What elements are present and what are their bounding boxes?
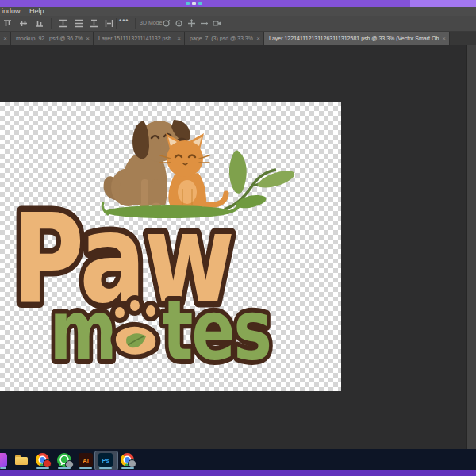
canvas-area: Paw m tes: [0, 45, 476, 449]
options-separator: [51, 18, 52, 29]
document-tab-bar: × mockup_92_.psd @ 36.7% (l... × Layer 1…: [0, 32, 476, 45]
paw-print-icon: [113, 298, 158, 357]
3d-roll-icon[interactable]: [175, 19, 183, 28]
background-window-strip-bottom: [0, 470, 476, 476]
close-icon[interactable]: ×: [253, 35, 263, 42]
taskbar-pink-app-icon[interactable]: [0, 453, 7, 467]
screen: indow Help ••• 3D Mode: [0, 0, 476, 476]
3d-mode-label: 3D Mode: [140, 20, 162, 25]
close-icon[interactable]: ×: [174, 35, 184, 42]
3d-orbit-icon[interactable]: [162, 19, 171, 28]
3d-slide-icon[interactable]: [200, 19, 209, 28]
illustrator-label: Ai: [83, 457, 89, 464]
paw-mates-logo: Paw m tes: [0, 102, 341, 391]
3d-pan-icon[interactable]: [187, 19, 196, 28]
align-top-icon[interactable]: [3, 19, 12, 28]
running-indicator: [0, 467, 6, 469]
distribute-bottom-icon[interactable]: [90, 19, 98, 28]
document-tab-layer-psb[interactable]: Layer 1511113211141132.psb... ×: [94, 32, 185, 45]
branch-illustration: [225, 150, 294, 209]
whatsapp-icon[interactable]: [57, 453, 71, 467]
options-bar: ••• 3D Mode: [0, 16, 476, 32]
close-icon[interactable]: ×: [83, 35, 93, 42]
document-tab-mockup[interactable]: mockup_92_.psd @ 36.7% (l... ×: [11, 32, 94, 45]
distribute-top-icon[interactable]: [59, 19, 67, 28]
document-canvas[interactable]: Paw m tes: [0, 102, 341, 391]
background-tab-dash-icon: [198, 2, 202, 5]
align-vertical-center-icon[interactable]: [19, 19, 28, 28]
logo-word-m: m: [49, 282, 117, 379]
more-options-button[interactable]: •••: [119, 17, 129, 25]
logo-word-tes: tes: [162, 282, 270, 379]
background-tab-dash-icon: [192, 2, 196, 5]
close-icon[interactable]: ×: [3, 35, 7, 42]
3d-dolly-icon[interactable]: [213, 19, 221, 28]
document-tab-active-smart-object[interactable]: Layer 1221411121311263111312581.psb @ 33…: [264, 32, 450, 45]
illustrator-icon[interactable]: Ai: [79, 453, 93, 467]
menu-window[interactable]: indow: [2, 7, 21, 16]
tab-overflow-stub[interactable]: ×: [0, 32, 11, 45]
tab-title: mockup_92_.psd @ 36.7% (l...: [11, 36, 83, 41]
running-indicator: [121, 467, 134, 469]
menu-bar: indow Help: [0, 7, 476, 16]
document-tab-page7[interactable]: page_7_(3).psd @ 33.3% (Lay... ×: [185, 32, 264, 45]
photoshop-window: indow Help ••• 3D Mode: [0, 7, 476, 449]
distribute-vertical-center-icon[interactable]: [75, 19, 83, 28]
options-separator: [116, 18, 117, 29]
tab-title: Layer 1511113211141132.psb...: [94, 36, 174, 41]
running-indicator: [36, 467, 49, 469]
running-indicator: [99, 467, 112, 469]
distribute-left-icon[interactable]: [105, 19, 113, 28]
options-separator: [135, 18, 136, 29]
close-icon[interactable]: ×: [439, 35, 449, 42]
background-window-strip-top: [0, 0, 476, 7]
chrome-profile-icon[interactable]: [121, 453, 134, 466]
running-indicator: [58, 467, 71, 469]
folder-body: [15, 457, 28, 465]
windows-taskbar: Ai Ps: [0, 449, 476, 470]
photoshop-icon[interactable]: Ps: [98, 453, 113, 467]
background-window-highlight: [410, 0, 476, 7]
panel-dock-edge[interactable]: [466, 45, 476, 449]
menu-help[interactable]: Help: [29, 7, 44, 16]
photoshop-label: Ps: [102, 457, 109, 464]
running-indicator: [79, 467, 92, 469]
file-explorer-icon[interactable]: [14, 453, 29, 467]
align-bottom-icon[interactable]: [35, 19, 44, 28]
background-tab-dash-icon: [186, 2, 190, 5]
tab-title: page_7_(3).psd @ 33.3% (Lay...: [185, 36, 253, 41]
chrome-icon[interactable]: [36, 453, 49, 466]
tab-title: Layer 1221411121311263111312581.psb @ 33…: [264, 36, 439, 41]
